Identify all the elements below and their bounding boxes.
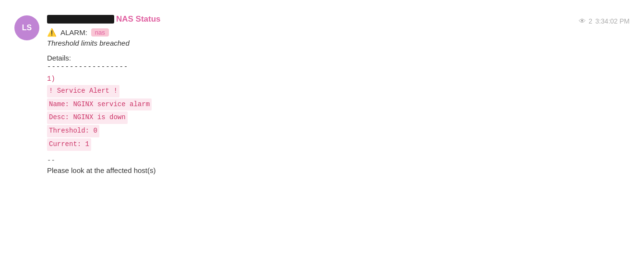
- threshold-line: Threshold: 0: [47, 125, 99, 137]
- item-number: 1): [47, 75, 59, 83]
- alert-block: 1) ! Service Alert ! Name: NGINX service…: [47, 74, 630, 151]
- footer-separator: --: [47, 157, 630, 164]
- nas-tag: nas: [91, 28, 109, 37]
- alarm-icon: ⚠️: [47, 28, 57, 37]
- current-line: Current: 1: [47, 138, 91, 151]
- alarm-line: ⚠️ ALARM: nas: [47, 28, 630, 37]
- message-body: NAS Status 👁 2 3:34:02 PM ⚠️ ALARM: nas …: [47, 14, 630, 174]
- view-icon: 👁: [579, 17, 586, 25]
- view-count: 2: [589, 17, 593, 25]
- footer-text: Please look at the affected host(s): [47, 166, 630, 174]
- service-alert-line: ! Service Alert !: [47, 85, 119, 98]
- sender-name: NAS Status: [47, 14, 161, 24]
- alarm-label: ALARM:: [60, 28, 87, 37]
- details-label: Details:: [47, 54, 630, 62]
- sender-redacted-block: [47, 15, 114, 24]
- avatar: LS: [14, 15, 39, 40]
- sender-label: NAS Status: [116, 14, 161, 24]
- desc-line: Desc: NGINX is down: [47, 111, 128, 124]
- threshold-text: Threshold limits breached: [47, 39, 630, 47]
- timestamp: 3:34:02 PM: [595, 17, 630, 25]
- separator-line: ------------------: [47, 63, 630, 71]
- avatar-initials: LS: [22, 24, 32, 32]
- name-line: Name: NGINX service alarm: [47, 98, 152, 111]
- message-header: NAS Status 👁 2 3:34:02 PM: [47, 14, 630, 25]
- message-meta: 👁 2 3:34:02 PM: [579, 17, 630, 25]
- message-container: LS NAS Status 👁 2 3:34:02 PM ⚠️ ALARM: n…: [14, 10, 630, 174]
